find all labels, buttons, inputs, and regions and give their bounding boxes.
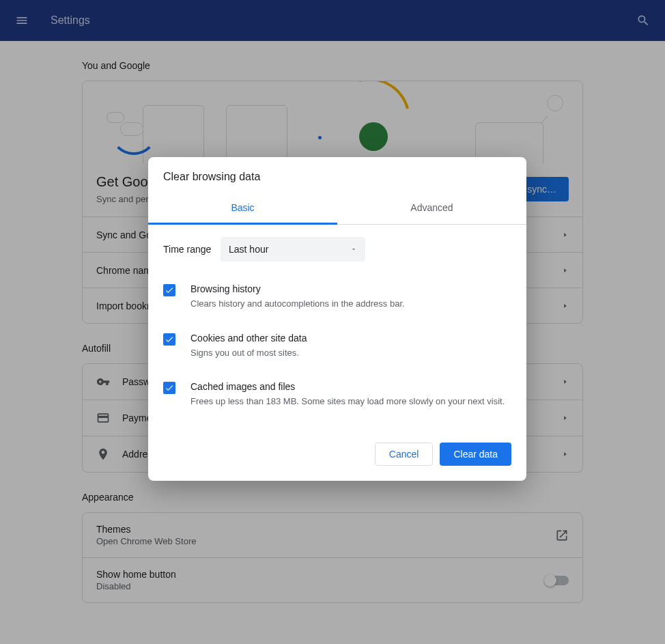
dialog-tabs: Basic Advanced	[148, 195, 526, 225]
checkbox-browsing-history[interactable]	[163, 284, 175, 296]
checkbox-cached-images[interactable]	[163, 382, 175, 394]
dialog-footer: Cancel Clear data	[148, 430, 526, 481]
dropdown-arrow-icon	[350, 246, 357, 253]
clear-data-button[interactable]: Clear data	[440, 443, 511, 466]
check-item-sub: Frees up less than 183 MB. Some sites ma…	[190, 395, 505, 408]
check-item-sub: Signs you out of most sites.	[190, 346, 307, 360]
check-cookies: Cookies and other site data Signs you ou…	[163, 326, 511, 375]
cancel-button[interactable]: Cancel	[375, 443, 434, 466]
clear-browsing-data-dialog: Clear browsing data Basic Advanced Time …	[148, 157, 526, 481]
time-range-label: Time range	[163, 244, 221, 255]
check-cached-images: Cached images and files Frees up less th…	[163, 374, 511, 423]
check-item-title: Browsing history	[190, 283, 405, 294]
time-range-value: Last hour	[229, 244, 268, 255]
check-item-title: Cached images and files	[190, 381, 505, 392]
check-browsing-history: Browsing history Clears history and auto…	[163, 277, 511, 326]
time-range-row: Time range Last hour	[163, 237, 511, 262]
tab-advanced[interactable]: Advanced	[337, 195, 526, 224]
dialog-title: Clear browsing data	[148, 157, 526, 195]
checkbox-cookies[interactable]	[163, 333, 175, 346]
check-item-sub: Clears history and autocompletions in th…	[190, 297, 405, 311]
check-item-title: Cookies and other site data	[190, 333, 307, 344]
time-range-select[interactable]: Last hour	[221, 237, 365, 262]
tab-basic[interactable]: Basic	[148, 195, 337, 225]
